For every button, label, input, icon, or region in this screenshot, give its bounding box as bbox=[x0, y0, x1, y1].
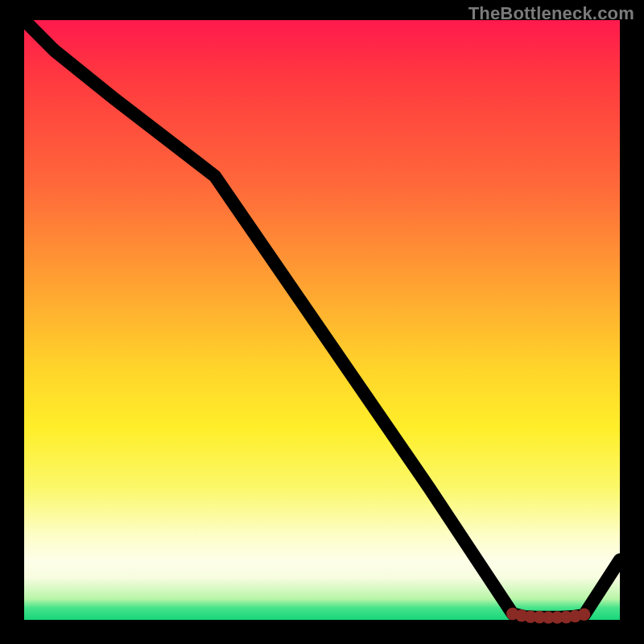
marker-dot bbox=[536, 614, 543, 621]
marker-dots-group bbox=[510, 610, 588, 621]
marker-dot bbox=[563, 614, 569, 621]
marker-dot bbox=[572, 613, 578, 619]
plot-area bbox=[24, 20, 620, 620]
marker-dot bbox=[581, 611, 588, 617]
chart-frame: TheBottleneck.com bbox=[0, 0, 644, 644]
marker-dot bbox=[510, 610, 516, 617]
marker-dot bbox=[554, 614, 560, 621]
marker-dot bbox=[518, 613, 525, 619]
chart-svg bbox=[24, 20, 620, 620]
marker-dot bbox=[527, 613, 534, 620]
marker-dot bbox=[545, 614, 551, 621]
data-line bbox=[24, 20, 620, 617]
